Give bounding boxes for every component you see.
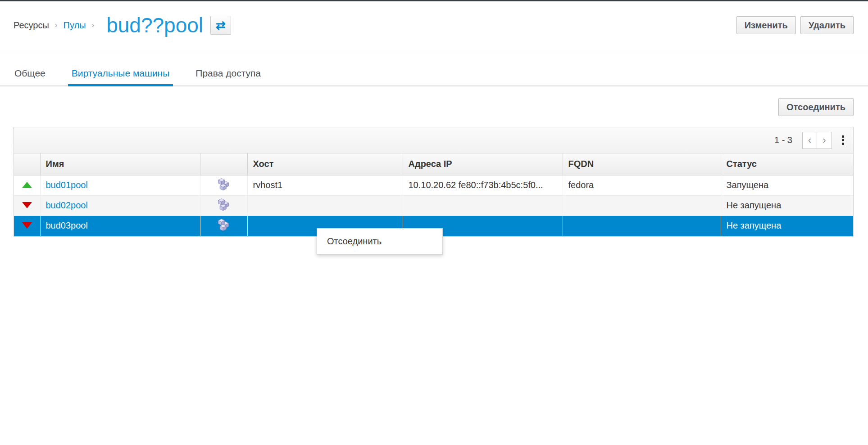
chevron-right-icon: › [823, 135, 826, 145]
prev-page-button[interactable]: ‹ [802, 132, 817, 149]
remove-button[interactable]: Удалить [800, 16, 854, 34]
vm-pool-icon [217, 178, 231, 193]
status-down-icon [22, 202, 32, 208]
vm-name-link[interactable]: bud03pool [46, 220, 88, 230]
pagination-range-label: 1 - 3 [774, 135, 792, 145]
vm-status-cell: Не запущена [721, 216, 853, 236]
tab-virtual-machines[interactable]: Виртуальные машины [71, 67, 171, 85]
swap-view-button[interactable]: ⇄ [210, 16, 231, 35]
vm-table: Имя Хост Адреса IP FQDN Статус bud01pool… [14, 153, 853, 236]
table-row-bud01pool[interactable]: bud01pool rvhost1 10.10.20.62 fe80::f73b… [14, 175, 853, 195]
masthead-actions: Изменить Удалить [736, 16, 854, 34]
column-header-fqdn[interactable]: FQDN [563, 153, 721, 175]
page-title: bud??pool [106, 14, 203, 37]
tab-permissions[interactable]: Права доступа [195, 67, 262, 85]
column-header-name[interactable]: Имя [40, 153, 200, 175]
kebab-icon [842, 139, 844, 141]
vm-fqdn-cell [563, 216, 721, 236]
vm-ip-cell [403, 195, 563, 216]
breadcrumb: Ресурсы › Пулы › [14, 20, 100, 31]
kebab-icon [842, 143, 844, 145]
column-header-ip[interactable]: Адреса IP [403, 153, 563, 175]
edit-button[interactable]: Изменить [736, 16, 796, 34]
vm-name-link[interactable]: bud02pool [46, 200, 88, 210]
column-header-status[interactable]: Статус [721, 153, 853, 175]
vm-ip-cell: 10.10.20.62 fe80::f73b:4b5c:5f0... [403, 175, 563, 195]
pager: ‹ › [802, 132, 832, 149]
vm-status-cell: Не запущена [721, 195, 853, 216]
vm-fqdn-cell: fedora [563, 175, 721, 195]
detach-button[interactable]: Отсоединить [778, 98, 854, 116]
tab-general[interactable]: Общее [14, 67, 46, 85]
vm-grid-panel: 1 - 3 ‹ › Имя Хост Адреса IP [14, 127, 854, 237]
vm-name-link[interactable]: bud01pool [46, 180, 88, 190]
table-header-row: Имя Хост Адреса IP FQDN Статус [14, 153, 853, 175]
chevron-left-icon: ‹ [808, 135, 811, 145]
context-menu-item-detach[interactable]: Отсоединить [317, 231, 442, 252]
context-menu: Отсоединить [317, 228, 443, 255]
tab-action-bar: Отсоединить [0, 86, 868, 116]
swap-arrows-icon: ⇄ [216, 19, 226, 31]
kebab-icon [842, 135, 844, 138]
vm-pool-icon [217, 218, 231, 233]
vm-host-cell [247, 195, 403, 216]
kebab-menu-button[interactable] [840, 133, 846, 147]
table-row-bud02pool[interactable]: bud02pool Не запущена [14, 195, 853, 216]
vm-pool-icon [217, 198, 231, 213]
status-up-icon [22, 182, 32, 188]
column-header-host[interactable]: Хост [247, 153, 403, 175]
detail-tabs: Общее Виртуальные машины Права доступа [0, 67, 868, 86]
breadcrumb-separator-icon: › [92, 21, 95, 30]
status-down-icon [22, 222, 32, 229]
breadcrumb-separator-icon: › [55, 21, 58, 30]
masthead: Ресурсы › Пулы › bud??pool ⇄ Изменить Уд… [0, 1, 868, 51]
column-header-status-icon [14, 153, 40, 175]
grid-toolbar: 1 - 3 ‹ › [14, 127, 853, 153]
vm-fqdn-cell [563, 195, 721, 216]
vm-host-cell: rvhost1 [247, 175, 403, 195]
vm-status-cell: Запущена [721, 175, 853, 195]
column-header-type-icon [200, 153, 247, 175]
breadcrumb-link-resources[interactable]: Ресурсы [14, 20, 49, 31]
next-page-button[interactable]: › [817, 132, 832, 149]
masthead-divider [0, 51, 868, 51]
breadcrumb-link-pools[interactable]: Пулы [64, 20, 86, 31]
